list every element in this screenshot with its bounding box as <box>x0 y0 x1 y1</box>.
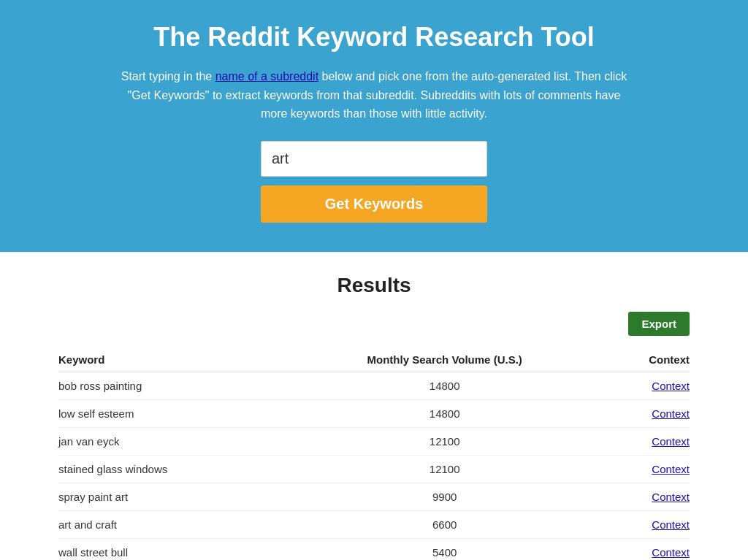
keyword-cell: spray paint art <box>58 483 284 510</box>
results-section: Results Export Keyword Monthly Search Vo… <box>0 252 748 560</box>
page-title: The Reddit Keyword Research Tool <box>15 22 733 53</box>
context-link[interactable]: Context <box>652 435 690 448</box>
results-title: Results <box>58 274 690 297</box>
search-input[interactable] <box>261 141 487 177</box>
context-link[interactable]: Context <box>652 407 690 420</box>
keyword-cell: low self esteem <box>58 399 284 427</box>
volume-cell: 12100 <box>284 455 605 483</box>
context-cell: Context <box>605 510 690 538</box>
context-link[interactable]: Context <box>652 380 690 392</box>
search-container: Get Keywords <box>15 141 733 223</box>
keyword-cell: bob ross painting <box>58 372 284 399</box>
table-row: bob ross painting14800Context <box>58 372 690 399</box>
context-cell: Context <box>605 399 690 427</box>
results-table: Keyword Monthly Search Volume (U.S.) Con… <box>58 348 690 560</box>
context-link[interactable]: Context <box>652 518 690 531</box>
description-text: Start typing in the name of a subreddit … <box>118 67 630 123</box>
table-header-row: Keyword Monthly Search Volume (U.S.) Con… <box>58 348 690 372</box>
context-cell: Context <box>605 538 690 560</box>
context-cell: Context <box>605 427 690 455</box>
table-row: stained glass windows12100Context <box>58 455 690 483</box>
export-row: Export <box>58 312 690 336</box>
column-header-keyword: Keyword <box>58 348 284 372</box>
table-row: low self esteem14800Context <box>58 399 690 427</box>
volume-cell: 5400 <box>284 538 605 560</box>
description-start: Start typing in the <box>121 70 215 83</box>
keyword-cell: art and craft <box>58 510 284 538</box>
table-row: wall street bull5400Context <box>58 538 690 560</box>
context-cell: Context <box>605 455 690 483</box>
keyword-cell: jan van eyck <box>58 427 284 455</box>
volume-cell: 6600 <box>284 510 605 538</box>
context-link[interactable]: Context <box>652 491 690 503</box>
volume-cell: 12100 <box>284 427 605 455</box>
get-keywords-button[interactable]: Get Keywords <box>261 185 487 223</box>
context-link[interactable]: Context <box>652 463 690 475</box>
export-button[interactable]: Export <box>628 312 690 336</box>
subreddit-link[interactable]: name of a subreddit <box>215 70 318 83</box>
context-link[interactable]: Context <box>652 546 690 559</box>
column-header-context: Context <box>605 348 690 372</box>
table-row: jan van eyck12100Context <box>58 427 690 455</box>
table-row: spray paint art9900Context <box>58 483 690 510</box>
context-cell: Context <box>605 372 690 399</box>
volume-cell: 14800 <box>284 372 605 399</box>
volume-cell: 14800 <box>284 399 605 427</box>
table-row: art and craft6600Context <box>58 510 690 538</box>
context-cell: Context <box>605 483 690 510</box>
keyword-cell: wall street bull <box>58 538 284 560</box>
column-header-volume: Monthly Search Volume (U.S.) <box>284 348 605 372</box>
keyword-cell: stained glass windows <box>58 455 284 483</box>
volume-cell: 9900 <box>284 483 605 510</box>
header-section: The Reddit Keyword Research Tool Start t… <box>0 0 748 252</box>
